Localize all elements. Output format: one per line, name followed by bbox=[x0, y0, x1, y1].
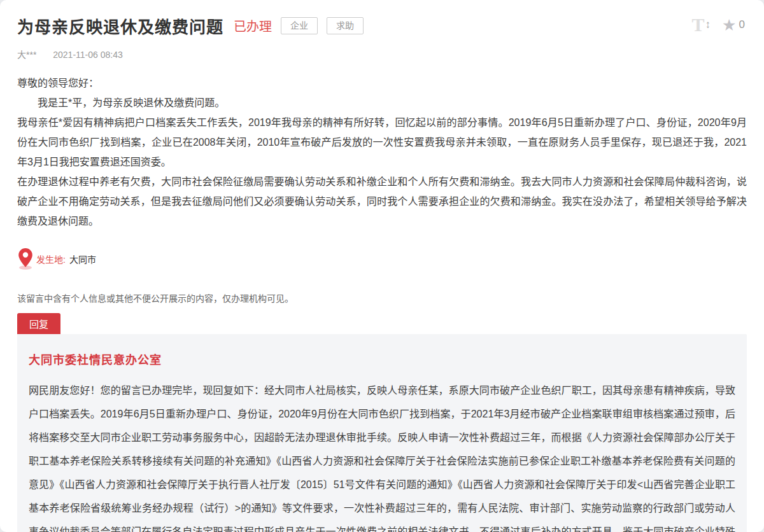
location-value: 大同市 bbox=[69, 253, 96, 265]
location-label: 发生地: bbox=[36, 253, 66, 265]
message-paragraph: 尊敬的领导您好： bbox=[17, 73, 747, 93]
font-size-toggle[interactable]: T ↕ bbox=[692, 15, 711, 34]
tag-help[interactable]: 求助 bbox=[327, 17, 364, 34]
reply-button[interactable]: 回复 bbox=[17, 313, 60, 334]
favorite-count: 0 bbox=[739, 18, 745, 31]
location-row: 发生地: 大同市 bbox=[17, 248, 747, 270]
title-row: 为母亲反映退休及缴费问题 已办理 企业 求助 bbox=[17, 0, 747, 38]
reply-panel: 大同市委社情民意办公室 网民朋友您好！您的留言已办理完毕，现回复如下：经大同市人… bbox=[17, 334, 747, 532]
font-resize-icon: T bbox=[692, 15, 705, 34]
page-title: 为母亲反映退休及缴费问题 bbox=[17, 14, 223, 38]
author-row: 大*** 2021-11-06 08:43 bbox=[17, 48, 747, 60]
status-badge: 已办理 bbox=[234, 17, 272, 35]
message-paragraph: 我母亲任*爱因有精神病把户口档案丢失工作丢失，2019年我母亲的精神有所好转，回… bbox=[17, 113, 747, 172]
tag-enterprise[interactable]: 企业 bbox=[281, 17, 318, 34]
message-paragraph: 我是王*平，为母亲反映退休及缴费问题。 bbox=[17, 93, 747, 113]
author-name: 大*** bbox=[17, 50, 36, 60]
message-body: 尊敬的领导您好： 我是王*平，为母亲反映退休及缴费问题。 我母亲任*爱因有精神病… bbox=[17, 73, 747, 231]
favorite-button[interactable]: ★ 0 bbox=[722, 17, 745, 33]
message-detail-card: T ↕ ★ 0 为母亲反映退休及缴费问题 已办理 企业 求助 大*** 2021… bbox=[0, 0, 764, 532]
reply-agency-name: 大同市委社情民意办公室 bbox=[29, 351, 735, 367]
header-tools: T ↕ ★ 0 bbox=[692, 15, 745, 34]
star-icon: ★ bbox=[722, 17, 736, 33]
post-date: 2021-11-06 08:43 bbox=[53, 50, 123, 60]
reply-body: 网民朋友您好！您的留言已办理完毕，现回复如下：经大同市人社局核实，反映人母亲任某… bbox=[29, 379, 735, 532]
privacy-notice: 该留言中含有个人信息或其他不便公开展示的内容，仅办理机构可见。 bbox=[17, 291, 747, 304]
message-paragraph: 在办理退休过程中养老有欠费，大同市社会保险征缴局需要确认劳动关系和补缴企业和个人… bbox=[17, 172, 747, 231]
font-resize-arrows-icon: ↕ bbox=[705, 18, 711, 31]
location-pin-icon bbox=[17, 248, 34, 270]
